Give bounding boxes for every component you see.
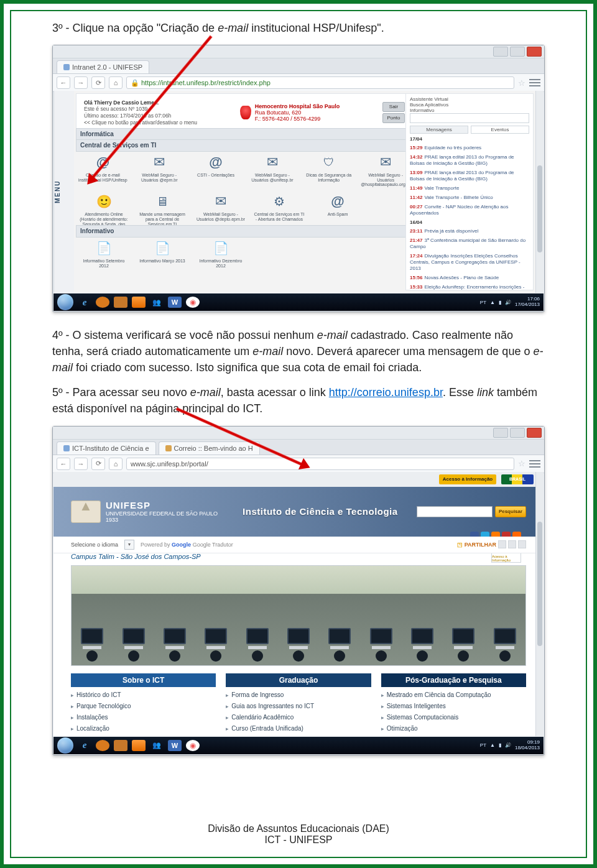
taskbar-firefox-icon[interactable] bbox=[96, 297, 109, 308]
window-maximize-button[interactable] bbox=[510, 428, 525, 438]
taskbar-ie-icon[interactable] bbox=[78, 297, 91, 308]
service-item-info-set2012[interactable]: Informativo Setembro 2012 bbox=[78, 239, 129, 268]
menu-sidebar[interactable]: MENU bbox=[53, 91, 74, 293]
nav-link[interactable]: Histórico do ICT bbox=[71, 690, 216, 701]
news-item[interactable]: 11:49Vale Transporte bbox=[410, 185, 529, 192]
tray-sound-icon[interactable]: 🔊 bbox=[505, 742, 511, 748]
taskbar-ie-icon[interactable] bbox=[78, 740, 91, 751]
taskbar-word-icon[interactable] bbox=[168, 297, 182, 308]
news-item[interactable]: 00:27Convite - NAP Núcleo de Atenção aos… bbox=[410, 204, 529, 216]
bookmark-star-icon[interactable]: ☆ bbox=[518, 459, 525, 468]
window-close-button[interactable] bbox=[527, 47, 542, 57]
nav-link[interactable]: Bacharelado em Ciência e Tecnologia bbox=[226, 734, 371, 736]
tray-flag-icon[interactable]: ▲ bbox=[490, 300, 495, 305]
scrollbar[interactable] bbox=[535, 472, 544, 736]
service-item-webmail-hsp[interactable]: WebMail Seguro - Usuários @hospitalsaopa… bbox=[361, 153, 410, 187]
nav-link[interactable]: Sistemas Computacionais bbox=[381, 712, 526, 723]
nav-back-button[interactable]: ← bbox=[57, 458, 70, 470]
browser-tab[interactable]: Correio :: Bem-vindo ao H bbox=[159, 441, 260, 455]
taskbar-msn-icon[interactable] bbox=[150, 297, 164, 308]
news-link[interactable]: Busca Aplicativos bbox=[410, 102, 529, 108]
nav-home-button[interactable]: ⌂ bbox=[109, 458, 123, 470]
start-button[interactable] bbox=[57, 737, 73, 754]
service-item-criacao-email[interactable]: Criação de e-mail institucional HSP/Unif… bbox=[78, 153, 127, 187]
news-link[interactable]: Assistente Virtual bbox=[410, 96, 529, 102]
service-item-csti[interactable]: CSTI - Orientações bbox=[192, 153, 241, 187]
news-item[interactable]: 15:33Eleição Adunifesp: Encerramento ins… bbox=[410, 284, 529, 290]
taskbar-explorer-icon[interactable] bbox=[114, 740, 127, 751]
news-tab-eventos[interactable]: Eventos bbox=[471, 126, 529, 134]
window-minimize-button[interactable] bbox=[493, 428, 508, 438]
service-item-info-dez2012[interactable]: Informativo Dezembro 2012 bbox=[195, 239, 246, 268]
nav-link[interactable]: Otimização bbox=[381, 723, 526, 734]
nav-link[interactable]: Sistemas Inteligentes bbox=[381, 701, 526, 712]
service-item-info-mar2013[interactable]: Informativo Março 2013 bbox=[137, 239, 188, 268]
tray-net-icon[interactable]: ▮ bbox=[499, 300, 501, 305]
news-item[interactable]: 21:473ª Conferência municipal de São Ber… bbox=[410, 238, 529, 250]
nav-link[interactable]: Parque Tecnológico bbox=[71, 701, 216, 712]
unifesp-logo[interactable]: UNIFESP UNIVERSIDADE FEDERAL DE SÃO PAUL… bbox=[71, 500, 218, 524]
browser-tab[interactable]: ICT-Instituto de Ciência e bbox=[57, 441, 156, 455]
search-button[interactable]: Pesquisar bbox=[495, 506, 526, 517]
window-maximize-button[interactable] bbox=[510, 47, 525, 57]
service-item-seguranca[interactable]: Dicas de Segurança da Informação bbox=[304, 153, 353, 187]
tray-lang[interactable]: PT bbox=[480, 742, 486, 748]
share-icon[interactable] bbox=[498, 540, 506, 548]
nav-reload-button[interactable]: ⟳ bbox=[91, 458, 105, 470]
sair-button[interactable]: Sair bbox=[382, 102, 405, 112]
nav-reload-button[interactable]: ⟳ bbox=[91, 76, 105, 89]
menu-button[interactable] bbox=[529, 79, 540, 86]
nav-link[interactable]: Forma de Ingresso bbox=[226, 690, 371, 701]
nav-link[interactable]: Curso (Entrada Unificada) bbox=[226, 723, 371, 734]
nav-link[interactable]: Instalações bbox=[71, 712, 216, 723]
tray-clock[interactable]: 17:06 17/04/2013 bbox=[515, 297, 540, 308]
taskbar-wmp-icon[interactable] bbox=[132, 297, 146, 308]
taskbar-firefox-icon[interactable] bbox=[96, 740, 109, 751]
news-item[interactable]: 14:32PRAE lança edital 2013 do Programa … bbox=[410, 154, 529, 167]
nav-forward-button[interactable]: → bbox=[74, 76, 88, 89]
share-icon[interactable] bbox=[518, 540, 526, 548]
tray-lang[interactable]: PT bbox=[480, 300, 486, 305]
nav-link[interactable]: Calendário Acadêmico bbox=[226, 712, 371, 723]
window-close-button[interactable] bbox=[527, 428, 542, 438]
news-item[interactable]: 11:42Vale Transporte - Bilhete Único bbox=[410, 195, 529, 201]
nav-home-button[interactable]: ⌂ bbox=[109, 76, 123, 89]
nav-forward-button[interactable]: → bbox=[74, 458, 88, 470]
news-item[interactable]: 13:09PRAE lança edital 2013 do Programa … bbox=[410, 170, 529, 182]
taskbar-wmp-icon[interactable] bbox=[132, 740, 146, 751]
taskbar-explorer-icon[interactable] bbox=[114, 297, 127, 308]
browser-tab[interactable]: Intranet 2.0 - UNIFESP bbox=[57, 60, 149, 73]
search-input[interactable] bbox=[417, 506, 493, 517]
taskbar-chrome-icon[interactable] bbox=[186, 740, 200, 751]
taskbar-chrome-icon[interactable] bbox=[186, 297, 200, 308]
news-item[interactable]: 15:56Novas Adesões - Plano de Saúde bbox=[410, 275, 529, 281]
service-item-webmail-unifesp[interactable]: WebMail Seguro - Usuários @unifesp.br bbox=[248, 153, 297, 187]
news-item[interactable]: 15:29Equidade no três poderes bbox=[410, 145, 529, 151]
correio-link[interactable]: http://correio.unifesp.br bbox=[329, 386, 443, 399]
nav-link[interactable]: Guia aos Ingressantes no ICT bbox=[226, 701, 371, 712]
tray-sound-icon[interactable]: 🔊 bbox=[505, 300, 511, 305]
share-icon[interactable] bbox=[508, 540, 516, 548]
window-minimize-button[interactable] bbox=[493, 47, 508, 57]
nav-link[interactable]: Mestrado em Ciência da Computação bbox=[381, 690, 526, 701]
tray-net-icon[interactable]: ▮ bbox=[499, 742, 501, 748]
url-input[interactable]: www.sjc.unifesp.br/portal/ bbox=[126, 458, 514, 470]
url-input[interactable]: 🔒https://intranet.unifesp.br/restrict/in… bbox=[126, 76, 514, 89]
service-item-webmail-epm[interactable]: WebMail Seguro - Usuários @epm.br bbox=[135, 153, 184, 187]
taskbar-msn-icon[interactable] bbox=[150, 740, 164, 751]
nav-link[interactable]: Mestrado e Doutorado em Engenharia e Ciê… bbox=[381, 734, 526, 736]
nav-link[interactable]: Localização bbox=[71, 723, 216, 734]
ponto-button[interactable]: Ponto bbox=[382, 113, 405, 123]
news-search-input[interactable] bbox=[410, 113, 529, 123]
scrollbar[interactable] bbox=[535, 91, 544, 293]
news-link[interactable]: Informativo bbox=[410, 108, 529, 113]
news-item[interactable]: 17:24Divulgação Inscrições Eleições Cons… bbox=[410, 253, 529, 272]
nav-back-button[interactable]: ← bbox=[57, 76, 70, 89]
lang-dropdown[interactable]: ▾ bbox=[124, 540, 134, 550]
menu-button[interactable] bbox=[529, 460, 540, 468]
start-button[interactable] bbox=[57, 294, 73, 310]
tray-flag-icon[interactable]: ▲ bbox=[490, 742, 495, 748]
nav-link[interactable]: Contatos bbox=[71, 734, 216, 736]
news-item[interactable]: 23:11Prévia já está disponível bbox=[410, 228, 529, 234]
brasil-button[interactable]: BRASIL bbox=[501, 474, 534, 484]
